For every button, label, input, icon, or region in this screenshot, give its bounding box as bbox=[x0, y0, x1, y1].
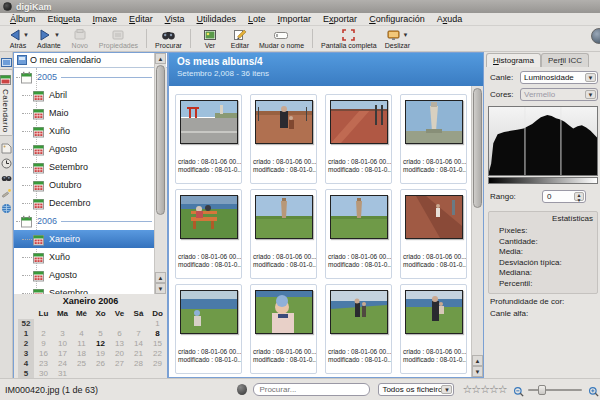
menu-item-lote[interactable]: Lote bbox=[242, 13, 272, 26]
photo-thumbnail-item[interactable]: criado : 08-01-06 00... modificado : 08-… bbox=[250, 189, 317, 279]
tab-perfil-icc[interactable]: Perfil ICC bbox=[541, 53, 589, 67]
tree-item-setembro[interactable]: Setembro bbox=[14, 158, 156, 176]
calendar-day-2[interactable]: 2 bbox=[34, 329, 53, 339]
scroll-down-icon[interactable]: ▼ bbox=[472, 366, 483, 377]
photo-thumbnail-item[interactable]: criado : 08-01-06 00... modificado : 08-… bbox=[175, 189, 242, 279]
calendar-day-27[interactable]: 27 bbox=[110, 359, 129, 369]
calendar-day-15[interactable]: 15 bbox=[148, 339, 167, 349]
calendar-day-25[interactable]: 25 bbox=[72, 359, 91, 369]
menu-item-exportar[interactable]: Exportar bbox=[317, 13, 363, 26]
tree-item-agosto[interactable]: Agosto bbox=[14, 140, 156, 158]
albums-icon[interactable] bbox=[1, 54, 12, 65]
calendar-day-1[interactable]: 1 bbox=[148, 319, 167, 329]
photo-thumbnail-item[interactable]: criado : 08-01-06 00... modificado : 08-… bbox=[250, 94, 317, 184]
tree-item-decembro[interactable]: Decembro bbox=[14, 194, 156, 212]
calendar-day-23[interactable]: 23 bbox=[34, 359, 53, 369]
search-button[interactable]: Procurar bbox=[151, 26, 186, 51]
scroll-up-icon[interactable]: ▲ bbox=[155, 272, 166, 283]
tree-item-outubro[interactable]: Outubro bbox=[14, 176, 156, 194]
calendar-day-29[interactable]: 29 bbox=[148, 359, 167, 369]
menu-item-configuracin[interactable]: Configuración bbox=[363, 13, 431, 26]
album-tree-header[interactable]: O meu calendario bbox=[14, 53, 167, 68]
zoom-slider[interactable] bbox=[528, 384, 582, 396]
menu-item-imaxe[interactable]: Imaxe bbox=[87, 13, 124, 26]
back-button[interactable]: ▼ Atrás bbox=[3, 26, 33, 51]
tab-histograma[interactable]: Histograma bbox=[486, 53, 541, 67]
chevron-down-icon[interactable]: ▼ bbox=[402, 32, 408, 38]
calendar-day-14[interactable]: 14 bbox=[129, 339, 148, 349]
menu-item-editar[interactable]: Editar bbox=[123, 13, 159, 26]
calendar-day-21[interactable]: 21 bbox=[129, 349, 148, 359]
main-scrollbar[interactable]: ▲ ▼ bbox=[471, 86, 483, 377]
tree-item-2005[interactable]: 2005 bbox=[14, 68, 156, 86]
menu-item-axuda[interactable]: Axuda bbox=[431, 13, 469, 26]
title-bar[interactable]: digiKam bbox=[0, 0, 600, 13]
calendar-day-28[interactable]: 28 bbox=[129, 359, 148, 369]
menu-item-utilidades[interactable]: Utilidades bbox=[191, 13, 243, 26]
tag-icon[interactable] bbox=[1, 140, 12, 151]
clock-icon[interactable] bbox=[1, 155, 12, 166]
calendar-day-24[interactable]: 24 bbox=[53, 359, 72, 369]
histogram-chart[interactable] bbox=[488, 106, 598, 176]
tree-item-xuño[interactable]: Xuño bbox=[14, 248, 156, 266]
tree-item-agosto[interactable]: Agosto bbox=[14, 266, 156, 284]
zoom-out-icon[interactable] bbox=[513, 384, 525, 396]
calendar-day-17[interactable]: 17 bbox=[53, 349, 72, 359]
calendar-day-5[interactable]: 5 bbox=[91, 329, 110, 339]
search-input[interactable] bbox=[253, 383, 370, 396]
menu-item-lbum[interactable]: Álbum bbox=[4, 13, 42, 26]
clear-search-icon[interactable] bbox=[237, 384, 248, 395]
main-scrollbar-thumb[interactable] bbox=[473, 88, 482, 208]
forward-button[interactable]: ▼ Adiante bbox=[33, 26, 65, 51]
zoom-slider-handle[interactable] bbox=[538, 385, 546, 395]
range-spinbox[interactable]: 0 ▲▼ bbox=[542, 190, 586, 203]
calendar-day-3[interactable]: 3 bbox=[53, 329, 72, 339]
scroll-up-icon[interactable]: ▲ bbox=[472, 355, 483, 366]
zoom-in-icon[interactable] bbox=[588, 384, 600, 396]
photo-thumbnail-item[interactable]: criado : 08-01-06 00... modificado : 08-… bbox=[250, 284, 317, 374]
search-icon[interactable] bbox=[1, 170, 12, 181]
calendar-day-4[interactable]: 4 bbox=[72, 329, 91, 339]
photo-thumbnail-item[interactable]: criado : 08-01-06 00... modificado : 08-… bbox=[400, 94, 467, 184]
rating-stars[interactable]: ☆☆☆☆☆ bbox=[462, 383, 506, 396]
calendar-day-19[interactable]: 19 bbox=[91, 349, 110, 359]
tree-scrollbar-thumb[interactable] bbox=[156, 65, 165, 215]
photo-thumbnail-item[interactable]: criado : 08-01-06 00... modificado : 08-… bbox=[325, 189, 392, 279]
calendar-day-10[interactable]: 10 bbox=[53, 339, 72, 349]
scroll-up-icon[interactable]: ▲ bbox=[155, 53, 166, 64]
calendar-day-9[interactable]: 9 bbox=[34, 339, 53, 349]
calendar-day-26[interactable]: 26 bbox=[91, 359, 110, 369]
rename-button[interactable]: Mudar o nome bbox=[255, 26, 308, 51]
menu-item-importar[interactable]: Importar bbox=[272, 13, 318, 26]
calendar-day-7[interactable]: 7 bbox=[129, 329, 148, 339]
calendar-day-13[interactable]: 13 bbox=[110, 339, 129, 349]
wand-icon[interactable] bbox=[1, 185, 12, 196]
scroll-down-icon[interactable]: ▼ bbox=[155, 283, 166, 294]
edit-button[interactable]: Editar bbox=[225, 26, 255, 51]
tree-item-xaneiro[interactable]: Xaneiro bbox=[14, 230, 156, 248]
calendar-day-22[interactable]: 22 bbox=[148, 349, 167, 359]
tree-scrollbar[interactable]: ▲ ▲ ▼ bbox=[154, 53, 166, 294]
menu-item-etiqueta[interactable]: Etiqueta bbox=[42, 13, 87, 26]
tree-item-setembro[interactable]: Setembro bbox=[14, 284, 156, 294]
photo-thumbnail-item[interactable]: criado : 08-01-06 00... modificado : 08-… bbox=[175, 284, 242, 374]
calendar-day-16[interactable]: 16 bbox=[34, 349, 53, 359]
file-filter-select[interactable]: Todos os ficheiros ▼ bbox=[378, 383, 454, 396]
tree-item-abril[interactable]: Abril bbox=[14, 86, 156, 104]
calendar-day-6[interactable]: 6 bbox=[110, 329, 129, 339]
spinner-arrows-icon[interactable]: ▲▼ bbox=[574, 192, 584, 201]
globe-icon[interactable] bbox=[1, 200, 12, 211]
channel-select[interactable]: Luminosidade ▼ bbox=[520, 71, 598, 84]
calendar-day-12[interactable]: 12 bbox=[91, 339, 110, 349]
tree-item-2006[interactable]: 2006 bbox=[14, 212, 156, 230]
slideshow-button[interactable]: ▼ Deslizar bbox=[381, 26, 414, 51]
sidebar-tab-calendar[interactable]: Calendario bbox=[0, 69, 13, 136]
fullscreen-button[interactable]: Pantalla completa bbox=[317, 26, 381, 51]
calendar-day-20[interactable]: 20 bbox=[110, 349, 129, 359]
chevron-down-icon[interactable]: ▼ bbox=[23, 32, 29, 38]
calendar-day-11[interactable]: 11 bbox=[72, 339, 91, 349]
menu-item-vista[interactable]: Vista bbox=[159, 13, 191, 26]
photo-thumbnail-item[interactable]: criado : 08-01-06 00... modificado : 08-… bbox=[400, 189, 467, 279]
chevron-down-icon[interactable]: ▼ bbox=[54, 32, 60, 38]
view-button[interactable]: Ver bbox=[195, 26, 225, 51]
